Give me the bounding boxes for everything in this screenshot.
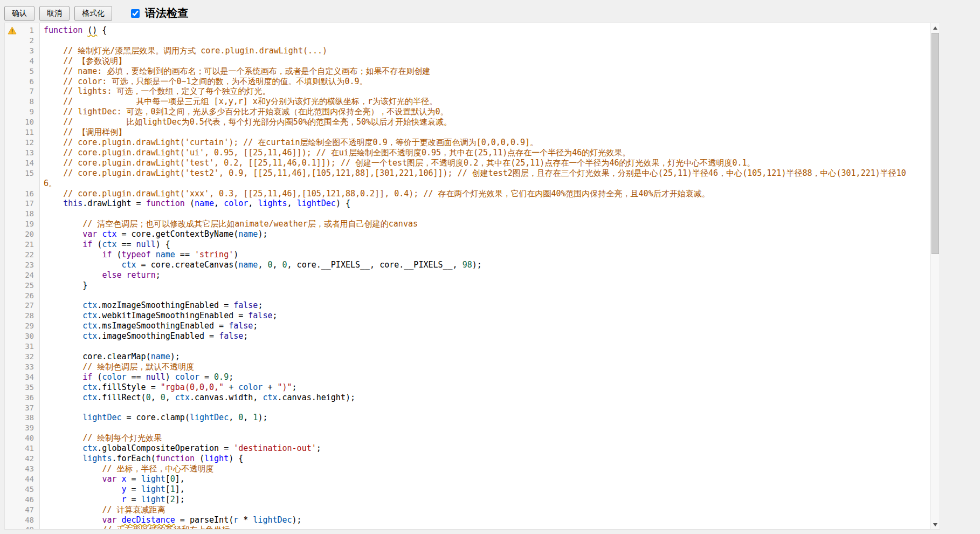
code-line-text[interactable]: if (color == null) color = 0.9; — [39, 372, 930, 382]
cancel-button[interactable]: 取消 — [39, 6, 70, 21]
code-line[interactable]: 17 this.drawLight = function (name, colo… — [5, 198, 930, 209]
code-line-text[interactable] — [39, 36, 930, 46]
code-line[interactable]: 35 ctx.fillStyle = "rgba(0,0,0," + color… — [5, 382, 930, 393]
code-line[interactable]: 21 if (ctx == null) { — [5, 239, 930, 250]
confirm-button[interactable]: 确认 — [4, 6, 34, 21]
code-line[interactable]: 12 // core.plugin.drawLight('curtain'); … — [5, 138, 930, 148]
code-line[interactable]: 20 var ctx = core.getContextByName(name)… — [5, 229, 930, 239]
code-line-text[interactable]: // core.plugin.drawLight('xxx', 0.3, [[2… — [39, 189, 930, 199]
code-line[interactable]: 37 — [5, 403, 930, 413]
code-line[interactable]: 34 if (color == null) color = 0.9; — [5, 372, 930, 382]
code-line-text[interactable]: ctx.imageSmoothingEnabled = false; — [39, 331, 930, 341]
code-line[interactable]: 13 // core.plugin.drawLight('ui', 0.95, … — [5, 148, 930, 158]
code-line-text[interactable]: // 清空色调层；也可以修改成其它层比如animate/weather层，或者用… — [39, 219, 930, 229]
code-line[interactable]: 22 if (typeof name == 'string') — [5, 250, 930, 260]
code-line[interactable]: 43 // 坐标，半径，中心不透明度 — [5, 464, 930, 474]
code-line-text[interactable]: lightDec = core.clamp(lightDec, 0, 1); — [39, 413, 930, 423]
code-line[interactable]: 29 ctx.msImageSmoothingEnabled = false; — [5, 321, 930, 331]
code-line[interactable]: 3 // 绘制灯光/漆黑层效果。调用方式 core.plugin.drawLig… — [5, 46, 930, 56]
format-button[interactable]: 格式化 — [74, 6, 112, 21]
code-line[interactable]: 45 y = light[1], — [5, 484, 930, 495]
code-line-text[interactable]: this.drawLight = function (name, color, … — [39, 198, 930, 209]
code-line-text[interactable]: ctx.fillStyle = "rgba(0,0,0," + color + … — [39, 382, 930, 393]
code-line[interactable]: 6 // color: 可选，只能是一个0~1之间的数，为不透明度的值。不填则默… — [5, 77, 930, 87]
code-line-text[interactable] — [39, 209, 930, 219]
code-line[interactable]: 19 // 清空色调层；也可以修改成其它层比如animate/weather层，… — [5, 219, 930, 229]
code-line[interactable]: !1function () { — [5, 25, 930, 36]
scrollbar[interactable] — [930, 23, 940, 529]
code-line-text[interactable]: ctx.fillRect(0, 0, ctx.canvas.width, ctx… — [39, 393, 930, 403]
code-line-text[interactable] — [39, 341, 930, 352]
code-line-text[interactable]: lights.forEach(function (light) { — [39, 454, 930, 464]
code-line-text[interactable]: // core.plugin.drawLight('ui', 0.95, [[2… — [39, 148, 930, 158]
code-line-text[interactable]: r = light[2]; — [39, 495, 930, 505]
code-line-text[interactable] — [39, 403, 930, 413]
code-line[interactable]: 40 // 绘制每个灯光效果 — [5, 433, 930, 443]
code-line[interactable]: 41 ctx.globalCompositeOperation = 'desti… — [5, 443, 930, 454]
code-line-text[interactable]: // core.plugin.drawLight('test2', 0.9, [… — [39, 168, 930, 189]
code-line[interactable]: 23 ctx = core.createCanvas(name, 0, 0, c… — [5, 260, 930, 270]
code-line-text[interactable]: // 坐标，半径，中心不透明度 — [39, 464, 930, 474]
scrollbar-up-button[interactable] — [931, 23, 940, 32]
code-line[interactable]: 14 // core.plugin.drawLight('test', 0.2,… — [5, 158, 930, 168]
code-line-text[interactable]: // 绘制每个灯光效果 — [39, 433, 930, 443]
code-line[interactable]: 48 var decDistance = parseInt(r * lightD… — [5, 515, 930, 525]
code-line[interactable]: 2 — [5, 36, 930, 46]
code-line-text[interactable]: // core.plugin.drawLight('curtain'); // … — [39, 138, 930, 148]
code-line-text[interactable]: var x = light[0], — [39, 474, 930, 484]
code-line[interactable]: 24 else return; — [5, 270, 930, 280]
code-line[interactable]: 27 ctx.mozImageSmoothingEnabled = false; — [5, 300, 930, 311]
code-line-text[interactable]: } — [39, 280, 930, 291]
code-line-text[interactable]: // 【调用样例】 — [39, 127, 930, 138]
code-line[interactable]: 28 ctx.webkitImageSmoothingEnabled = fal… — [5, 311, 930, 321]
code-line[interactable]: 4 // 【参数说明】 — [5, 56, 930, 66]
code-line[interactable]: 32 core.clearMap(name); — [5, 352, 930, 362]
code-line[interactable]: 33 // 绘制色调层，默认不透明度 — [5, 362, 930, 372]
code-line-text[interactable]: ctx.webkitImageSmoothingEnabled = false; — [39, 311, 930, 321]
code-line-text[interactable]: // lightDec: 可选，0到1之间，光从多少百分比才开始衰减（在此范围内… — [39, 107, 930, 117]
code-line-text[interactable]: // 绘制色调层，默认不透明度 — [39, 362, 930, 372]
code-line[interactable]: 10 // 比如lightDec为0.5代表，每个灯光部分内圈50%的范围全亮，… — [5, 117, 930, 127]
code-editor[interactable]: !1function () {23 // 绘制灯光/漆黑层效果。调用方式 cor… — [4, 23, 940, 530]
code-line-text[interactable]: // core.plugin.drawLight('test', 0.2, [[… — [39, 158, 930, 168]
code-line[interactable]: 36 ctx.fillRect(0, 0, ctx.canvas.width, … — [5, 393, 930, 403]
code-line-text[interactable]: // name: 必填，要绘制到的画布名；可以是一个系统画布，或者是个自定义画布… — [39, 66, 930, 77]
code-line[interactable]: 5 // name: 必填，要绘制到的画布名；可以是一个系统画布，或者是个自定义… — [5, 66, 930, 77]
code-line-text[interactable]: // 其中每一项是三元组 [x,y,r] x和y分别为该灯光的横纵坐标，r为该灯… — [39, 97, 930, 107]
code-lines[interactable]: !1function () {23 // 绘制灯光/漆黑层效果。调用方式 cor… — [5, 23, 930, 529]
code-line[interactable]: 16 // core.plugin.drawLight('xxx', 0.3, … — [5, 189, 930, 199]
code-line-text[interactable]: ctx.msImageSmoothingEnabled = false; — [39, 321, 930, 331]
code-line[interactable]: 7 // lights: 可选，一个数组，定义了每个独立的灯光。 — [5, 86, 930, 97]
code-line-text[interactable]: // 绘制灯光/漆黑层效果。调用方式 core.plugin.drawLight… — [39, 46, 930, 56]
code-line-text[interactable]: core.clearMap(name); — [39, 352, 930, 362]
code-line-text[interactable]: ctx.globalCompositeOperation = 'destinat… — [39, 443, 930, 454]
code-line-text[interactable]: function () { — [39, 25, 930, 36]
code-line[interactable]: 49 // 正方形区域的直径和左上角坐标 — [5, 525, 930, 529]
code-line-text[interactable]: if (ctx == null) { — [39, 239, 930, 250]
code-line[interactable]: 44 var x = light[0], — [5, 474, 930, 484]
code-line[interactable]: 18 — [5, 209, 930, 219]
code-line[interactable]: 42 lights.forEach(function (light) { — [5, 454, 930, 464]
code-line-text[interactable]: // 比如lightDec为0.5代表，每个灯光部分内圈50%的范围全亮，50%… — [39, 117, 930, 127]
code-line-text[interactable]: // 正方形区域的直径和左上角坐标 — [39, 525, 930, 529]
code-line[interactable]: 31 — [5, 341, 930, 352]
code-line[interactable]: 26 — [5, 291, 930, 301]
code-line-text[interactable]: y = light[1], — [39, 484, 930, 495]
code-line[interactable]: 8 // 其中每一项是三元组 [x,y,r] x和y分别为该灯光的横纵坐标，r为… — [5, 97, 930, 107]
code-line-text[interactable]: if (typeof name == 'string') — [39, 250, 930, 260]
code-line-text[interactable]: ctx = core.createCanvas(name, 0, 0, core… — [39, 260, 930, 270]
code-line-text[interactable]: var ctx = core.getContextByName(name); — [39, 229, 930, 239]
code-line[interactable]: 38 lightDec = core.clamp(lightDec, 0, 1)… — [5, 413, 930, 423]
code-line-text[interactable] — [39, 291, 930, 301]
code-line-text[interactable]: // lights: 可选，一个数组，定义了每个独立的灯光。 — [39, 86, 930, 97]
code-line[interactable]: 25 } — [5, 280, 930, 291]
code-line-text[interactable]: var decDistance = parseInt(r * lightDec)… — [39, 515, 930, 525]
code-line-text[interactable]: // 计算衰减距离 — [39, 505, 930, 515]
code-line-text[interactable] — [39, 423, 930, 433]
code-line[interactable]: 9 // lightDec: 可选，0到1之间，光从多少百分比才开始衰减（在此范… — [5, 107, 930, 117]
scrollbar-thumb[interactable] — [931, 33, 939, 254]
code-line[interactable]: 39 — [5, 423, 930, 433]
scrollbar-down-button[interactable] — [931, 520, 940, 529]
code-line-text[interactable]: // 【参数说明】 — [39, 56, 930, 66]
code-line-text[interactable]: ctx.mozImageSmoothingEnabled = false; — [39, 300, 930, 311]
